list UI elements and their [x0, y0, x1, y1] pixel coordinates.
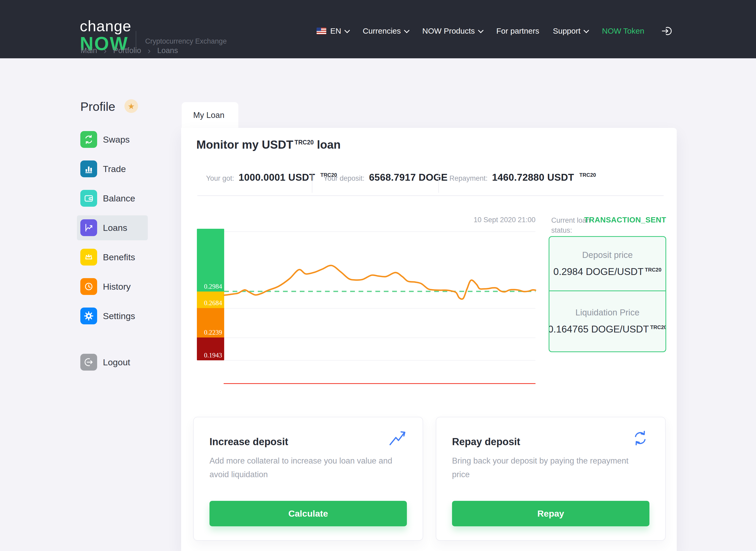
- chevron-down-icon: [584, 28, 589, 33]
- chevron-down-icon: [404, 28, 409, 33]
- liquidation-price-value: 0.164765 DOGE/USDTTRC20: [549, 324, 666, 335]
- star-badge-icon: ★: [124, 99, 138, 113]
- nav-support-label: Support: [553, 27, 580, 35]
- logo-tagline: Cryptocurrency Exchange: [145, 37, 227, 45]
- language-label: EN: [330, 27, 341, 35]
- gear-icon: [80, 308, 97, 324]
- risk-zone-segment: 0.2239: [197, 308, 224, 338]
- sidebar-item-label: Swaps: [103, 134, 130, 145]
- stat-label: Repayment:: [449, 174, 488, 182]
- card-title: Repay deposit: [452, 436, 520, 448]
- sidebar-item-label: History: [103, 282, 131, 292]
- sidebar-item-history[interactable]: History: [80, 278, 131, 295]
- line-chart-icon: [80, 219, 97, 236]
- language-selector[interactable]: EN: [317, 27, 349, 35]
- nav-now-products-label: NOW Products: [422, 27, 475, 35]
- price-panel: Deposit price 0.2984 DOGE/USDTTRC20 Liqu…: [549, 236, 666, 352]
- card-description: Add more collateral to increase you loan…: [209, 454, 397, 481]
- sidebar-item-loans[interactable]: Loans: [80, 219, 127, 236]
- breadcrumb: Main › Portfolio › Loans: [81, 46, 178, 55]
- price-line-series: [224, 265, 535, 299]
- increase-deposit-card: Increase deposit Add more collateral to …: [193, 417, 423, 541]
- trend-up-icon: [388, 428, 407, 449]
- nav-now-token[interactable]: NOW Token: [602, 27, 644, 35]
- sidebar-item-swaps[interactable]: Swaps: [80, 131, 130, 148]
- breadcrumb-separator: ›: [104, 47, 107, 54]
- nav-support[interactable]: Support: [553, 27, 588, 35]
- risk-zone-segment: 0.2684: [197, 292, 224, 308]
- login-icon[interactable]: [661, 25, 673, 37]
- calculate-button[interactable]: Calculate: [209, 501, 407, 526]
- sidebar-item-trade[interactable]: Trade: [80, 160, 126, 177]
- logo-word-change: change: [80, 18, 131, 34]
- breadcrumb-separator: ›: [148, 47, 151, 54]
- top-header: change NOW Cryptocurrency Exchange EN Cu…: [0, 0, 756, 58]
- zone-boundary-value: 0.2984: [204, 283, 222, 290]
- wallet-icon: [80, 190, 97, 207]
- trc20-superscript: TRC20: [295, 139, 314, 146]
- risk-zone-segment: 0.2984: [197, 229, 224, 292]
- changenow-loans-page: change NOW Cryptocurrency Exchange EN Cu…: [0, 0, 756, 551]
- stat-value: 6568.7917 DOGE: [369, 172, 448, 183]
- logout-icon: [80, 354, 97, 371]
- breadcrumb-loans: Loans: [157, 46, 178, 55]
- sidebar-item-label: Settings: [103, 311, 135, 321]
- stat-value: 1000.0001 USDT: [239, 172, 315, 183]
- crown-icon: [80, 249, 97, 265]
- stat-label: Your deposit:: [323, 174, 365, 182]
- deposit-price-value: 0.2984 DOGE/USDTTRC20: [553, 266, 661, 278]
- risk-zone-scale: 0.29840.26840.22390.1943: [197, 229, 224, 360]
- sidebar-item-logout[interactable]: Logout: [80, 354, 130, 371]
- stat-label: Your got:: [206, 174, 234, 182]
- tab-my-loan[interactable]: My Loan: [182, 102, 238, 128]
- card-description: Bring back your deposit by paying the re…: [452, 454, 639, 481]
- clock-icon: [80, 278, 97, 295]
- sidebar-item-benefits[interactable]: Benefits: [80, 249, 135, 265]
- sidebar-item-label: Loans: [103, 223, 127, 233]
- stat-divider: [312, 170, 312, 193]
- liquidation-price-line: [224, 383, 535, 384]
- stat-your-got: Your got: 1000.0001 USDT TRC20: [206, 172, 337, 183]
- repay-button[interactable]: Repay: [452, 501, 649, 526]
- profile-title: Profile: [80, 99, 115, 114]
- nav-now-products[interactable]: NOW Products: [422, 27, 483, 35]
- trc20-superscript: TRC20: [579, 172, 596, 178]
- zone-boundary-value: 0.2684: [204, 300, 222, 307]
- stat-repayment: Repayment: 1460.72880 USDT TRC20: [449, 172, 596, 183]
- nav-currencies[interactable]: Currencies: [363, 27, 409, 35]
- loan-status-badge: TRANSACTION_SENT: [574, 215, 666, 224]
- chevron-down-icon: [344, 28, 350, 33]
- tab-label: My Loan: [193, 111, 224, 120]
- zone-boundary-value: 0.1943: [204, 352, 222, 359]
- card-title: Increase deposit: [209, 436, 288, 448]
- breadcrumb-portfolio[interactable]: Portfolio: [113, 46, 141, 55]
- refresh-icon: [631, 428, 650, 449]
- nav-for-partners[interactable]: For partners: [496, 27, 539, 35]
- nav-for-partners-label: For partners: [496, 27, 539, 35]
- deposit-price-block: Deposit price 0.2984 DOGE/USDTTRC20: [549, 237, 665, 291]
- nav-currencies-label: Currencies: [363, 27, 401, 35]
- bar-chart-icon: [80, 160, 97, 177]
- sidebar-item-settings[interactable]: Settings: [80, 308, 135, 324]
- sidebar-item-label: Logout: [103, 357, 130, 368]
- liquidation-price-label: Liquidation Price: [575, 308, 639, 318]
- page-title: Monitor my USDTTRC20 loan: [196, 138, 341, 151]
- sidebar-item-label: Balance: [103, 193, 135, 203]
- sidebar-item-label: Benefits: [103, 252, 135, 262]
- chart-timestamp: 10 Sept 2020 21:00: [431, 216, 535, 224]
- zone-boundary-value: 0.2239: [204, 329, 222, 336]
- stat-value: 1460.72880 USDT: [492, 172, 574, 183]
- price-line-chart: [224, 229, 535, 360]
- repay-deposit-card: Repay deposit Bring back your deposit by…: [436, 417, 666, 541]
- breadcrumb-main[interactable]: Main: [81, 46, 97, 55]
- sidebar-item-balance[interactable]: Balance: [80, 190, 135, 207]
- trc20-superscript: TRC20: [645, 267, 661, 273]
- sidebar-item-label: Trade: [103, 164, 126, 174]
- trc20-superscript: TRC20: [650, 324, 666, 331]
- section-divider: [197, 195, 664, 196]
- nav-now-token-label: NOW Token: [602, 27, 644, 35]
- chevron-down-icon: [478, 28, 484, 33]
- deposit-price-label: Deposit price: [582, 250, 633, 260]
- main-nav: EN Currencies NOW Products For partners …: [317, 24, 644, 38]
- swap-icon: [80, 131, 97, 148]
